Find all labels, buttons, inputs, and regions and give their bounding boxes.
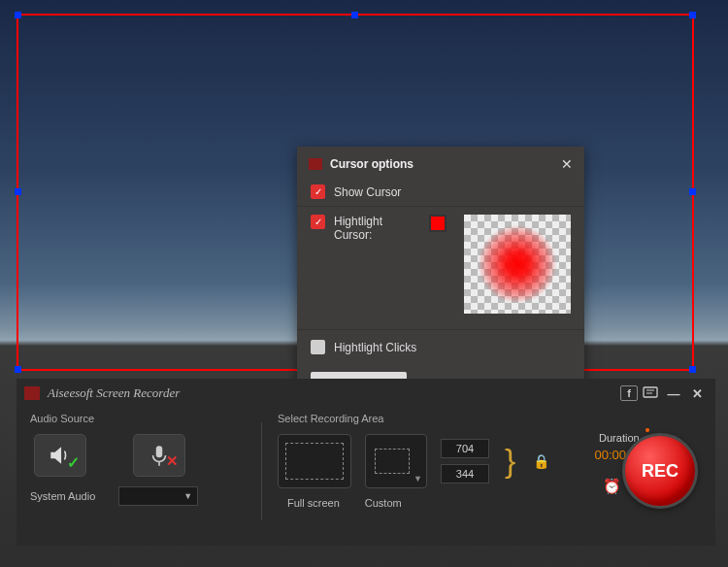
resize-handle[interactable] <box>15 188 21 195</box>
custom-label: Custom <box>365 497 402 509</box>
resize-handle[interactable] <box>15 12 21 18</box>
full-screen-button[interactable] <box>278 434 351 488</box>
close-icon[interactable]: ✕ <box>686 384 708 402</box>
svg-rect-0 <box>644 387 657 397</box>
resize-handle[interactable] <box>689 188 696 195</box>
system-audio-label: System Audio <box>30 490 95 502</box>
cursor-glow-icon <box>478 224 557 304</box>
main-toolbar: Aiseesoft Screen Recorder f — ✕ Audio So… <box>17 379 715 546</box>
x-icon: ✕ <box>166 452 179 470</box>
select-area-heading: Select Recording Area <box>278 413 549 424</box>
audio-source-heading: Audio Source <box>30 413 246 424</box>
status-dot-icon <box>645 428 649 432</box>
resize-handle[interactable] <box>15 366 21 373</box>
custom-area-button[interactable]: ▼ <box>365 434 427 488</box>
divider <box>261 422 262 519</box>
microphone-select[interactable]: ▼ <box>118 486 198 506</box>
resize-handle[interactable] <box>351 12 358 18</box>
duration-label: Duration <box>599 432 640 444</box>
full-screen-label: Full screen <box>287 497 340 509</box>
svg-rect-3 <box>156 446 163 457</box>
resize-handle[interactable] <box>689 366 696 373</box>
height-input[interactable]: 344 <box>441 464 489 484</box>
system-audio-button[interactable]: ✓ <box>34 434 86 477</box>
resize-handle[interactable] <box>689 12 696 18</box>
show-cursor-checkbox[interactable]: ✓ <box>311 184 325 199</box>
feedback-icon[interactable] <box>640 384 661 402</box>
show-cursor-label: Show Cursor <box>334 185 401 199</box>
close-icon[interactable]: ✕ <box>561 156 573 172</box>
checkmark-icon: ✓ <box>67 453 80 472</box>
highlight-color-swatch[interactable] <box>429 215 447 232</box>
panel-app-icon <box>309 158 322 170</box>
app-logo-icon <box>24 386 40 400</box>
lock-aspect-icon[interactable]: 🔒 <box>533 453 549 469</box>
record-button[interactable]: REC <box>622 433 698 509</box>
highlight-clicks-checkbox[interactable] <box>311 340 325 354</box>
brace-icon: } <box>505 448 515 474</box>
app-title: Aiseesoft Screen Recorder <box>48 385 620 401</box>
chevron-down-icon: ▼ <box>414 474 422 484</box>
cursor-options-panel: Cursor options ✕ ✓ Show Cursor ✓ Hightli… <box>297 147 584 405</box>
width-input[interactable]: 704 <box>441 439 489 458</box>
highlight-cursor-label: Hightlight Cursor: <box>334 215 423 242</box>
microphone-button[interactable]: ✕ <box>133 434 185 477</box>
highlight-cursor-checkbox[interactable]: ✓ <box>311 215 325 229</box>
cursor-highlight-preview <box>464 215 571 314</box>
minimize-icon[interactable]: — <box>663 384 684 402</box>
panel-title: Cursor options <box>330 157 561 171</box>
record-label: REC <box>642 461 678 482</box>
facebook-icon[interactable]: f <box>620 385 638 401</box>
schedule-icon[interactable]: ⏰ <box>603 478 621 495</box>
highlight-clicks-label: Hightlight Clicks <box>334 341 416 354</box>
